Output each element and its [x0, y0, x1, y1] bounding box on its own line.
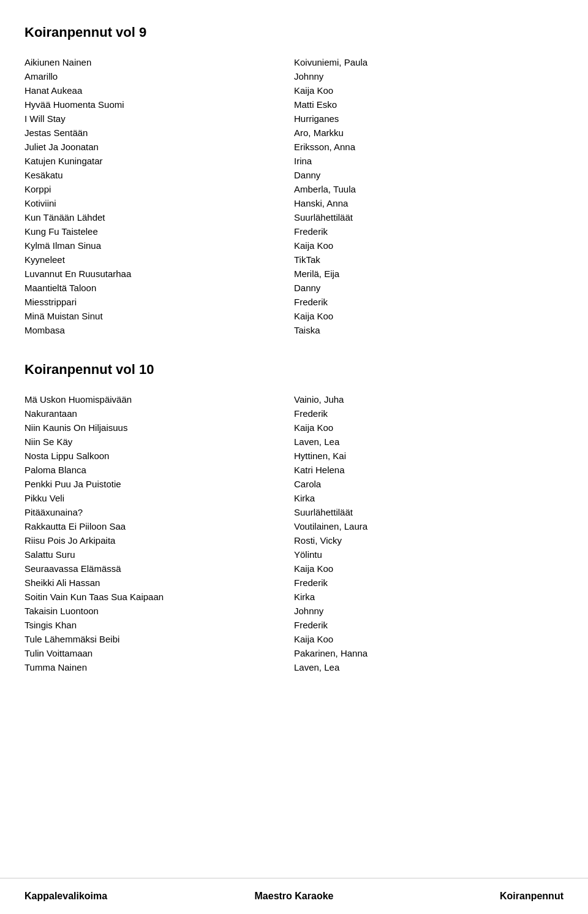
- song-title-cell: Kesäkatu: [24, 170, 294, 180]
- table-row: Riisu Pois Jo ArkipaitaRosti, Vicky: [24, 533, 564, 547]
- song-title-cell: Soitin Vain Kun Taas Sua Kaipaan: [24, 592, 294, 602]
- table-row: I Will StayHurriganes: [24, 112, 564, 126]
- table-row: Seuraavassa ElämässäKaija Koo: [24, 562, 564, 576]
- table-row: Kylmä Ilman SinuaKaija Koo: [24, 238, 564, 253]
- song-artist-cell: Rosti, Vicky: [294, 535, 564, 546]
- song-title-cell: Niin Kaunis On Hiljaisuus: [24, 422, 294, 433]
- song-artist-cell: Matti Esko: [294, 99, 564, 110]
- table-row: Luvannut En RuusutarhaaMerilä, Eija: [24, 267, 564, 281]
- song-artist-cell: Laven, Lea: [294, 436, 564, 447]
- table-row: Juliet Ja JoonatanEriksson, Anna: [24, 140, 564, 154]
- song-title-cell: Luvannut En Ruusutarhaa: [24, 268, 294, 279]
- song-artist-cell: TikTak: [294, 254, 564, 265]
- song-title-cell: Tule Lähemmäksi Beibi: [24, 634, 294, 644]
- song-artist-cell: Carola: [294, 479, 564, 489]
- song-title-cell: Mombasa: [24, 325, 294, 335]
- song-artist-cell: Voutilainen, Laura: [294, 521, 564, 531]
- table-row: Salattu SuruYölintu: [24, 547, 564, 562]
- song-title-cell: Hyvää Huomenta Suomi: [24, 99, 294, 110]
- song-artist-cell: Amberla, Tuula: [294, 184, 564, 194]
- song-artist-cell: Frederik: [294, 620, 564, 630]
- song-title-cell: Nosta Lippu Salkoon: [24, 451, 294, 461]
- table-row: AmarilloJohnny: [24, 69, 564, 83]
- song-artist-cell: Yölintu: [294, 549, 564, 560]
- song-title-cell: Aikiunen Nainen: [24, 57, 294, 67]
- table-row: Kung Fu TaisteleeFrederik: [24, 224, 564, 238]
- table-row: Takaisin LuontoonJohnny: [24, 604, 564, 618]
- song-title-cell: Kun Tänään Lähdet: [24, 212, 294, 223]
- song-artist-cell: Frederik: [294, 226, 564, 237]
- song-title-cell: Tulin Voittamaan: [24, 648, 294, 658]
- song-list-vol10: Mä Uskon HuomispäiväänVainio, JuhaNakura…: [24, 392, 564, 674]
- song-title-cell: Hanat Aukeaa: [24, 85, 294, 96]
- table-row: Mä Uskon HuomispäiväänVainio, Juha: [24, 392, 564, 406]
- song-artist-cell: Kaija Koo: [294, 563, 564, 574]
- song-title-cell: Niin Se Käy: [24, 436, 294, 447]
- table-row: Aikiunen NainenKoivuniemi, Paula: [24, 55, 564, 69]
- footer-left: Kappalevalikoima: [24, 891, 204, 902]
- table-row: Penkki Puu Ja PuistotieCarola: [24, 477, 564, 491]
- song-artist-cell: Frederik: [294, 297, 564, 307]
- table-row: Pikku VeliKirka: [24, 491, 564, 505]
- song-title-cell: Juliet Ja Joonatan: [24, 142, 294, 152]
- table-row: KorppiAmberla, Tuula: [24, 182, 564, 196]
- section-title-vol9: Koiranpennut vol 9: [24, 25, 564, 40]
- song-artist-cell: Danny: [294, 170, 564, 180]
- table-row: Maantieltä TaloonDanny: [24, 281, 564, 295]
- song-artist-cell: Irina: [294, 156, 564, 166]
- song-title-cell: Sheikki Ali Hassan: [24, 577, 294, 588]
- song-title-cell: Katujen Kuningatar: [24, 156, 294, 166]
- table-row: Minä Muistan SinutKaija Koo: [24, 309, 564, 323]
- song-artist-cell: Taiska: [294, 325, 564, 335]
- song-artist-cell: Eriksson, Anna: [294, 142, 564, 152]
- song-title-cell: Miesstrippari: [24, 297, 294, 307]
- song-title-cell: Mä Uskon Huomispäivään: [24, 394, 294, 405]
- song-title-cell: Paloma Blanca: [24, 465, 294, 475]
- page-content: Koiranpennut vol 9Aikiunen NainenKoivuni…: [24, 25, 564, 674]
- song-artist-cell: Pakarinen, Hanna: [294, 648, 564, 658]
- table-row: Jestas SentäänAro, Markku: [24, 126, 564, 140]
- song-title-cell: Penkki Puu Ja Puistotie: [24, 479, 294, 489]
- table-row: NakurantaanFrederik: [24, 406, 564, 421]
- table-row: Sheikki Ali HassanFrederik: [24, 576, 564, 590]
- song-title-cell: Maantieltä Taloon: [24, 283, 294, 293]
- table-row: Niin Kaunis On HiljaisuusKaija Koo: [24, 421, 564, 435]
- table-row: KyyneleetTikTak: [24, 253, 564, 267]
- song-artist-cell: Suurlähettiläät: [294, 212, 564, 223]
- song-title-cell: Kotiviini: [24, 198, 294, 208]
- table-row: Tsingis KhanFrederik: [24, 618, 564, 632]
- song-title-cell: Rakkautta Ei Piiloon Saa: [24, 521, 294, 531]
- song-artist-cell: Hyttinen, Kai: [294, 451, 564, 461]
- song-list-vol9: Aikiunen NainenKoivuniemi, PaulaAmarillo…: [24, 55, 564, 337]
- table-row: Hanat AukeaaKaija Koo: [24, 83, 564, 97]
- table-row: MiesstrippariFrederik: [24, 295, 564, 309]
- table-row: Tumma NainenLaven, Lea: [24, 660, 564, 674]
- footer-center: Maestro Karaoke: [204, 891, 383, 902]
- table-row: Katujen KuningatarIrina: [24, 154, 564, 168]
- song-artist-cell: Suurlähettiläät: [294, 507, 564, 517]
- table-row: Paloma BlancaKatri Helena: [24, 463, 564, 477]
- table-row: Tulin VoittamaanPakarinen, Hanna: [24, 646, 564, 660]
- song-artist-cell: Katri Helena: [294, 465, 564, 475]
- song-artist-cell: Vainio, Juha: [294, 394, 564, 405]
- section-title-vol10: Koiranpennut vol 10: [24, 362, 564, 378]
- footer-right: Koiranpennut: [384, 891, 564, 902]
- table-row: Rakkautta Ei Piiloon SaaVoutilainen, Lau…: [24, 519, 564, 533]
- table-row: Pitääxunaina?Suurlähettiläät: [24, 505, 564, 519]
- song-artist-cell: Kaija Koo: [294, 634, 564, 644]
- song-title-cell: Salattu Suru: [24, 549, 294, 560]
- song-artist-cell: Kaija Koo: [294, 311, 564, 321]
- table-row: Soitin Vain Kun Taas Sua KaipaanKirka: [24, 590, 564, 604]
- song-artist-cell: Johnny: [294, 606, 564, 616]
- table-row: Niin Se KäyLaven, Lea: [24, 435, 564, 449]
- song-artist-cell: Hanski, Anna: [294, 198, 564, 208]
- song-artist-cell: Aro, Markku: [294, 128, 564, 138]
- song-title-cell: Takaisin Luontoon: [24, 606, 294, 616]
- song-artist-cell: Kirka: [294, 493, 564, 503]
- song-title-cell: Pikku Veli: [24, 493, 294, 503]
- song-artist-cell: Laven, Lea: [294, 662, 564, 672]
- table-row: KotiviiniHanski, Anna: [24, 196, 564, 210]
- song-artist-cell: Kaija Koo: [294, 422, 564, 433]
- section-vol9: Koiranpennut vol 9Aikiunen NainenKoivuni…: [24, 25, 564, 337]
- song-title-cell: Riisu Pois Jo Arkipaita: [24, 535, 294, 546]
